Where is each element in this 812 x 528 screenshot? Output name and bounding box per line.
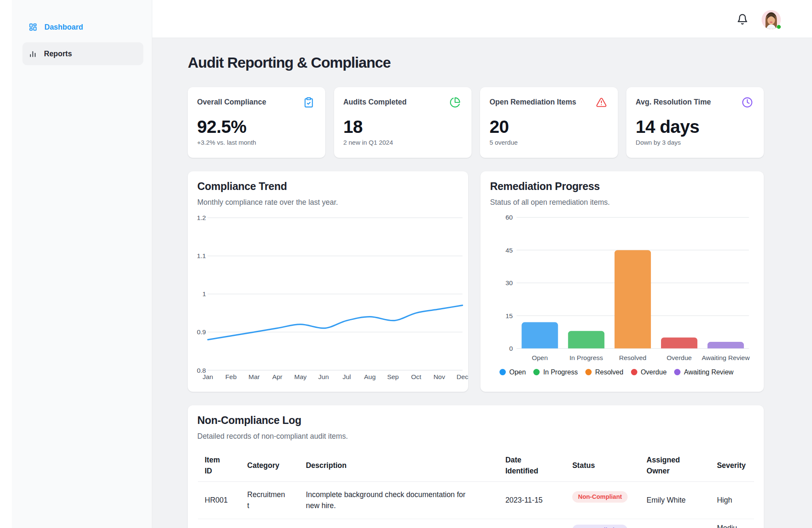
svg-text:Jun: Jun	[318, 373, 329, 380]
svg-text:Oct: Oct	[411, 373, 422, 380]
svg-text:0.9: 0.9	[197, 328, 206, 336]
svg-text:1.2: 1.2	[197, 214, 206, 221]
svg-text:Resolved: Resolved	[619, 354, 647, 361]
svg-text:Feb: Feb	[225, 373, 237, 380]
svg-text:0.8: 0.8	[197, 366, 206, 374]
svg-text:Jul: Jul	[343, 373, 351, 380]
svg-text:Open: Open	[532, 354, 548, 361]
svg-text:Aug: Aug	[364, 373, 376, 380]
svg-text:1.1: 1.1	[197, 252, 206, 259]
svg-text:Jan: Jan	[203, 373, 213, 380]
svg-text:45: 45	[506, 246, 513, 253]
svg-text:Nov: Nov	[433, 373, 445, 380]
svg-text:Mar: Mar	[249, 373, 260, 380]
svg-text:Overdue: Overdue	[667, 354, 692, 361]
svg-text:Apr: Apr	[272, 373, 283, 380]
svg-text:May: May	[294, 373, 307, 380]
svg-text:Dec: Dec	[457, 373, 469, 380]
svg-text:Awaiting Review: Awaiting Review	[702, 354, 750, 361]
svg-text:In Progress: In Progress	[570, 354, 604, 361]
svg-text:60: 60	[506, 214, 513, 221]
svg-text:30: 30	[506, 279, 513, 286]
svg-text:15: 15	[506, 312, 513, 319]
svg-text:1: 1	[202, 290, 206, 297]
svg-text:0: 0	[509, 345, 513, 352]
svg-text:Sep: Sep	[387, 373, 399, 380]
